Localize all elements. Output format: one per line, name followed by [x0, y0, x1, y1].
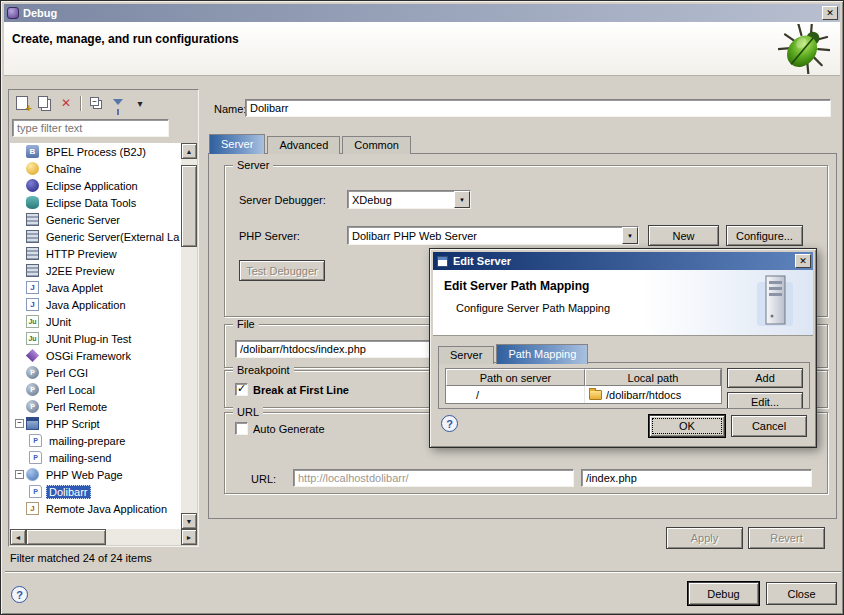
tree-item-label: Eclipse Application [43, 179, 141, 193]
server-debugger-select[interactable]: XDebug [347, 190, 471, 209]
toolbar-menu-button[interactable] [131, 94, 149, 112]
tab-common[interactable]: Common [342, 136, 411, 154]
scroll-down-icon[interactable]: ▼ [181, 513, 197, 529]
table-row[interactable]: / /dolibarr/htdocs [446, 386, 721, 403]
auto-generate-label: Auto Generate [253, 423, 325, 435]
cancel-button[interactable]: Cancel [731, 415, 807, 437]
revert-button[interactable]: Revert [748, 527, 825, 549]
dialog-tab-bar: Server Path Mapping [438, 344, 590, 364]
tree-item-eclipse-data-tools[interactable]: Eclipse Data Tools [10, 194, 181, 211]
help-button[interactable] [11, 586, 28, 603]
new-server-button[interactable]: New [648, 225, 719, 246]
tree-item-label: Chaîne [43, 162, 84, 176]
tree-item-label: JUnit [43, 315, 74, 329]
scroll-right-icon[interactable]: ► [181, 529, 197, 545]
tree-item-generic-server[interactable]: Generic Server [10, 211, 181, 228]
tree-item-java-application[interactable]: Java Application [10, 296, 181, 313]
php-file-icon [29, 434, 42, 447]
junit-icon [26, 315, 39, 328]
apply-button[interactable]: Apply [666, 527, 743, 549]
tree-item-remote-java-application[interactable]: Remote Java Application [10, 500, 181, 517]
tree-item-label: J2EE Preview [43, 264, 117, 278]
window-titlebar[interactable]: Debug [4, 4, 840, 22]
collapse-all-button[interactable] [87, 94, 105, 112]
tree-item-junit[interactable]: JUnit [10, 313, 181, 330]
tree-item-perl-remote[interactable]: Perl Remote [10, 398, 181, 415]
duplicate-config-button[interactable] [35, 94, 53, 112]
dialog-titlebar[interactable]: Edit Server [433, 252, 813, 270]
php-server-select[interactable]: Dolibarr PHP Web Server [347, 226, 639, 245]
close-button[interactable]: Close [766, 582, 837, 605]
tree-item-php-script[interactable]: PHP Script [10, 415, 181, 432]
auto-generate-checkbox[interactable] [235, 422, 248, 435]
server-group-title: Server [233, 159, 273, 171]
tab-server[interactable]: Server [209, 134, 265, 154]
launch-config-panel: BPEL Process (B2J) Chaîne Eclipse Applic… [8, 89, 199, 547]
dialog-title: Edit Server [453, 255, 511, 267]
tree-item-bpel-process[interactable]: BPEL Process (B2J) [10, 143, 181, 160]
filter-configs-icon [113, 99, 123, 105]
new-config-button[interactable] [13, 94, 31, 112]
path-mapping-table: Path on server Local path / /dolibarr/ht… [445, 368, 722, 404]
eclipse-data-tools-icon [26, 196, 39, 209]
tree-vertical-scrollbar[interactable]: ▲ ▼ [181, 143, 197, 529]
break-at-first-line-checkbox[interactable] [235, 383, 248, 396]
tree-item-junit-plugin-test[interactable]: JUnit Plug-in Test [10, 330, 181, 347]
dialog-tab-path-mapping[interactable]: Path Mapping [496, 344, 588, 364]
tree-item-perl-local[interactable]: Perl Local [10, 381, 181, 398]
tree-item-label: Perl CGI [43, 366, 91, 380]
dialog-close-button[interactable] [795, 254, 811, 268]
scroll-left-icon[interactable]: ◄ [10, 529, 26, 545]
horizontal-scroll-thumb[interactable] [26, 529, 106, 545]
base-url-input[interactable] [293, 469, 574, 487]
filter-configs-button[interactable] [109, 94, 127, 112]
tree-item-java-applet[interactable]: Java Applet [10, 279, 181, 296]
configure-server-button[interactable]: Configure... [726, 225, 803, 246]
dialog-help-button[interactable] [441, 415, 458, 432]
vertical-scroll-thumb[interactable] [181, 165, 197, 247]
tree-item-label: BPEL Process (B2J) [43, 145, 149, 159]
scroll-up-icon[interactable]: ▲ [181, 143, 197, 159]
ok-button[interactable]: OK [649, 415, 725, 437]
tree-item-osgi-framework[interactable]: OSGi Framework [10, 347, 181, 364]
delete-config-button[interactable] [57, 94, 75, 112]
tree-item-chaine[interactable]: Chaîne [10, 160, 181, 177]
menu-dropdown-icon [137, 98, 142, 109]
java-application-icon [26, 298, 39, 311]
column-header-path-on-server[interactable]: Path on server [446, 369, 585, 386]
tree-horizontal-scrollbar[interactable]: ◄ ► [10, 529, 197, 545]
dialog-tab-server[interactable]: Server [438, 346, 494, 364]
collapse-all-icon [90, 97, 99, 106]
column-header-local-path[interactable]: Local path [585, 369, 721, 386]
window-close-button[interactable] [822, 6, 838, 20]
debug-button[interactable]: Debug [688, 582, 759, 605]
new-config-icon [16, 96, 28, 110]
tree-item-php-web-page[interactable]: PHP Web Page [10, 466, 181, 483]
local-path-cell: /dolibarr/htdocs [585, 389, 721, 401]
tree-item-mailing-prepare[interactable]: mailing-prepare [10, 432, 181, 449]
tree-item-generic-server-external[interactable]: Generic Server(External La [10, 228, 181, 245]
tree-item-dolibarr[interactable]: Dolibarr [10, 483, 181, 500]
tree-item-mailing-send[interactable]: mailing-send [10, 449, 181, 466]
name-input[interactable] [245, 99, 831, 117]
add-mapping-button[interactable]: Add [727, 368, 803, 388]
collapse-expander-icon[interactable] [15, 470, 24, 479]
server-path-cell: / [446, 386, 585, 403]
tree-item-label: Generic Server(External La [43, 230, 181, 244]
test-debugger-button[interactable]: Test Debugger [239, 260, 325, 281]
tree-item-label: Eclipse Data Tools [43, 196, 139, 210]
debug-configurations-window: Debug Create, manage, and run configurat… [0, 0, 844, 615]
tree-item-eclipse-application[interactable]: Eclipse Application [10, 177, 181, 194]
tab-advanced[interactable]: Advanced [267, 136, 340, 154]
tree-item-j2ee-preview[interactable]: J2EE Preview [10, 262, 181, 279]
edit-mapping-button[interactable]: Edit... [727, 392, 803, 409]
bug-image [778, 24, 830, 74]
url-path-input[interactable] [581, 469, 812, 487]
tree-item-perl-cgi[interactable]: Perl CGI [10, 364, 181, 381]
filter-input[interactable] [12, 119, 169, 137]
header-title: Create, manage, and run configurations [12, 32, 239, 46]
folder-icon [589, 390, 602, 400]
tree-item-http-preview[interactable]: HTTP Preview [10, 245, 181, 262]
collapse-expander-icon[interactable] [15, 419, 24, 428]
file-group-title: File [233, 318, 259, 330]
